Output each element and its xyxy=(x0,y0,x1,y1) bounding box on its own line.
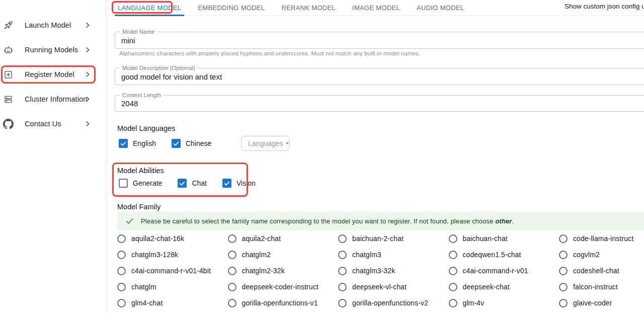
checkbox-vision[interactable]: Vision xyxy=(222,179,256,188)
sidebar-item-contact-us[interactable]: Contact Us xyxy=(0,116,106,131)
radio-icon[interactable] xyxy=(228,267,236,275)
model-family-option-cogvlm2[interactable]: cogvlm2 xyxy=(559,247,644,263)
checkbox-generate[interactable]: Generate xyxy=(119,179,162,188)
sidebar-item-cluster-information[interactable]: Cluster Information xyxy=(0,92,106,107)
radio-icon[interactable] xyxy=(228,283,236,291)
model-family-option-chatglm3-128k[interactable]: chatglm3-128k xyxy=(117,247,228,263)
github-icon xyxy=(3,118,14,129)
model-family-option-baichuan-2-chat[interactable]: baichuan-2-chat xyxy=(338,230,449,247)
chevron-right-icon xyxy=(84,46,92,54)
checkbox-label: Chat xyxy=(192,179,207,187)
model-family-option-c4ai-command-r-v01-4bit[interactable]: c4ai-command-r-v01-4bit xyxy=(117,263,228,279)
tab-audio-model[interactable]: AUDIO MODEL xyxy=(414,0,467,16)
tab-rerank-model[interactable]: RERANK MODEL xyxy=(278,0,339,16)
chevron-right-icon xyxy=(84,70,92,79)
sidebar-item-register-model[interactable]: Register Model xyxy=(0,67,106,82)
sidebar-item-label: Register Model xyxy=(25,70,74,79)
checkbox-label: Vision xyxy=(236,179,256,187)
model-family-option-deepseek-vl-chat[interactable]: deepseek-vl-chat xyxy=(338,279,449,295)
radio-icon[interactable] xyxy=(117,267,126,275)
model-family-option-glaive-coder[interactable]: glaive-coder xyxy=(559,295,644,311)
model-family-option-chatglm2[interactable]: chatglm2 xyxy=(228,247,339,263)
model-family-option-chatglm2-32k[interactable]: chatglm2-32k xyxy=(228,263,339,279)
checkbox-chinese[interactable]: Chinese xyxy=(172,139,211,148)
radio-label: deepseek-coder-instruct xyxy=(242,283,319,291)
checkbox-label: Generate xyxy=(133,179,162,187)
model-family-option-gorilla-openfunctions-v2[interactable]: gorilla-openfunctions-v2 xyxy=(338,295,449,311)
radio-icon[interactable] xyxy=(449,299,457,307)
checkbox-icon[interactable] xyxy=(119,179,128,188)
radio-icon[interactable] xyxy=(228,251,236,259)
model-family-option-baichuan-chat[interactable]: baichuan-chat xyxy=(449,230,559,247)
radio-icon[interactable] xyxy=(338,299,347,307)
radio-icon[interactable] xyxy=(559,299,568,307)
model-abilities-row: Generate Chat Vision xyxy=(119,176,271,191)
check-icon xyxy=(125,216,134,226)
model-family-option-falcon-instruct[interactable]: falcon-instruct xyxy=(559,279,644,295)
chevron-right-icon xyxy=(84,21,92,29)
radio-icon[interactable] xyxy=(449,283,457,291)
sidebar-item-launch-model[interactable]: Launch Model xyxy=(0,18,106,33)
radio-icon[interactable] xyxy=(117,234,126,243)
checkbox-icon[interactable] xyxy=(172,139,181,148)
radio-icon[interactable] xyxy=(449,267,457,275)
checkbox-icon[interactable] xyxy=(222,179,231,188)
radio-icon[interactable] xyxy=(117,251,126,259)
show-custom-json-config-label[interactable]: Show custom json config used b xyxy=(565,3,644,10)
model-description-label: Model Description (Optional) xyxy=(120,65,198,71)
model-family-option-code-llama-instruct[interactable]: code-llama-instruct xyxy=(559,230,644,247)
checkbox-chat[interactable]: Chat xyxy=(178,179,207,188)
robot-icon xyxy=(3,44,14,55)
radio-icon[interactable] xyxy=(338,267,347,275)
model-languages-heading: Model Languages xyxy=(117,124,175,132)
radio-icon[interactable] xyxy=(338,283,347,291)
radio-icon[interactable] xyxy=(559,234,568,243)
radio-icon[interactable] xyxy=(449,251,457,259)
model-family-option-chatglm3[interactable]: chatglm3 xyxy=(338,247,449,263)
radio-icon[interactable] xyxy=(559,267,568,275)
model-type-tabbar: LANGUAGE MODEL EMBEDDING MODEL RERANK MO… xyxy=(106,0,644,16)
radio-label: codeshell-chat xyxy=(573,267,619,275)
model-family-heading: Model Family xyxy=(117,203,160,211)
radio-label: deepseek-vl-chat xyxy=(352,283,407,291)
radio-label: code-llama-instruct xyxy=(573,234,633,243)
context-length-input[interactable] xyxy=(115,96,644,111)
radio-icon[interactable] xyxy=(338,234,347,243)
radio-icon[interactable] xyxy=(117,283,126,291)
chevron-right-icon xyxy=(84,120,92,128)
model-family-option-aquila2-chat-16k[interactable]: aquila2-chat-16k xyxy=(117,230,228,247)
radio-icon[interactable] xyxy=(228,234,236,243)
checkbox-english[interactable]: English xyxy=(119,139,156,148)
radio-icon[interactable] xyxy=(559,251,568,259)
model-family-option-codeqwen1-5-chat[interactable]: codeqwen1.5-chat xyxy=(449,247,559,263)
radio-icon[interactable] xyxy=(449,234,457,243)
checkbox-icon[interactable] xyxy=(119,139,128,148)
model-family-option-c4ai-command-r-v01[interactable]: c4ai-command-r-v01 xyxy=(449,263,559,279)
model-family-option-chatglm[interactable]: chatglm xyxy=(117,279,228,295)
radio-label: glaive-coder xyxy=(573,299,612,307)
model-family-option-deepseek-coder-instruct[interactable]: deepseek-coder-instruct xyxy=(228,279,339,295)
model-family-option-deepseek-chat[interactable]: deepseek-chat xyxy=(449,279,559,295)
sidebar-item-running-models[interactable]: Running Models xyxy=(0,42,106,57)
model-family-option-chatglm3-32k[interactable]: chatglm3-32k xyxy=(338,263,449,279)
model-family-option-glm-4v[interactable]: glm-4v xyxy=(449,295,559,311)
radio-label: falcon-instruct xyxy=(573,283,618,291)
tab-embedding-model[interactable]: EMBEDDING MODEL xyxy=(195,0,268,16)
languages-select[interactable]: Languages xyxy=(241,136,290,151)
checkbox-icon[interactable] xyxy=(178,179,187,188)
radio-icon[interactable] xyxy=(228,299,236,307)
radio-label: aquila2-chat-16k xyxy=(131,234,184,243)
model-family-option-gorilla-openfunctions-v1[interactable]: gorilla-openfunctions-v1 xyxy=(228,295,339,311)
radio-label: aquila2-chat xyxy=(242,234,281,243)
model-name-input[interactable] xyxy=(115,32,644,48)
model-family-options: aquila2-chat-16k aquila2-chat baichuan-2… xyxy=(117,230,644,311)
model-family-option-codeshell-chat[interactable]: codeshell-chat xyxy=(559,263,644,279)
tab-language-model[interactable]: LANGUAGE MODEL xyxy=(115,0,184,16)
model-family-option-glm4-chat[interactable]: glm4-chat xyxy=(117,295,228,311)
model-family-alert-text: Please be careful to select the family n… xyxy=(141,217,514,225)
model-family-option-aquila2-chat[interactable]: aquila2-chat xyxy=(228,230,339,247)
radio-icon[interactable] xyxy=(117,299,126,307)
radio-icon[interactable] xyxy=(559,283,568,291)
radio-icon[interactable] xyxy=(338,251,347,259)
tab-image-model[interactable]: IMAGE MODEL xyxy=(349,0,403,16)
